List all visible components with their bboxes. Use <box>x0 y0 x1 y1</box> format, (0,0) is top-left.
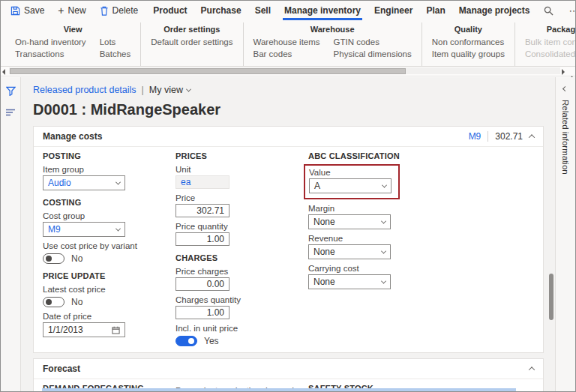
costing-header: COSTING <box>43 198 176 207</box>
filter-icon[interactable] <box>6 86 16 96</box>
ribbon: View On-hand inventory Transactions Lots… <box>1 20 575 67</box>
abc-carrying-cost-dropdown[interactable]: None <box>308 274 391 289</box>
save-button[interactable]: Save <box>5 1 50 20</box>
trash-icon <box>100 6 109 16</box>
bulk-item-conversion-button: Bulk item conversion <box>525 37 575 46</box>
price-input[interactable]: 302.71 <box>176 204 230 217</box>
new-button[interactable]: + New <box>52 1 91 20</box>
price-quantity-input[interactable]: 1.00 <box>176 232 230 246</box>
item-group-label: Item group <box>43 165 176 174</box>
on-hand-inventory-button[interactable]: On-hand inventory <box>15 37 86 46</box>
lots-button[interactable]: Lots <box>100 37 131 46</box>
latest-cost-price-toggle[interactable] <box>43 297 64 307</box>
my-view-selector[interactable]: My view <box>149 85 190 95</box>
use-cost-price-by-variant-toggle[interactable] <box>43 253 64 264</box>
incl-in-unit-price-label: Incl. in unit price <box>176 324 308 333</box>
tab-manage-projects[interactable]: Manage projects <box>452 1 537 20</box>
app-bar: Save + New Delete Product Purchase Sell … <box>1 1 575 20</box>
tab-sell[interactable]: Sell <box>248 1 278 20</box>
incl-in-unit-price-toggle[interactable] <box>176 336 197 346</box>
chevron-down-icon <box>382 182 387 187</box>
new-label: New <box>68 5 86 16</box>
prices-charges-column: PRICES Unit ea Price 302.71 Price quanti… <box>176 150 308 346</box>
left-toolbar <box>1 77 21 391</box>
chevron-down-icon <box>381 248 386 253</box>
date-of-price-input[interactable]: 1/1/2013 <box>43 322 125 337</box>
unit-field: ea <box>176 175 230 189</box>
chevron-down-icon <box>116 179 121 184</box>
forecast-section: Forecast DEMAND FORECASTING Forecast ite… <box>33 358 544 391</box>
forecast-header[interactable]: Forecast <box>34 359 543 379</box>
expand-panel-chevron-icon[interactable] <box>562 86 567 91</box>
tab-engineer[interactable]: Engineer <box>368 1 419 20</box>
abc-value-label: Value <box>309 168 394 177</box>
gtin-codes-button[interactable]: GTIN codes <box>334 37 412 46</box>
consolidated-on-hand-button: Consolidated on-hand <box>525 49 575 58</box>
collapse-chevron-icon[interactable] <box>529 367 535 373</box>
abc-classification-header: ABC CLASSIFICATION <box>308 151 441 160</box>
unit-label: Unit <box>176 165 308 174</box>
collapse-chevron-icon[interactable] <box>529 134 535 140</box>
chevron-down-icon <box>381 218 386 223</box>
plus-icon: + <box>58 4 64 16</box>
cost-group-dropdown[interactable]: M9 <box>43 222 125 237</box>
abc-revenue-dropdown[interactable]: None <box>308 244 391 259</box>
summary-cost-group: M9 <box>469 131 482 142</box>
charges-quantity-input[interactable]: 1.00 <box>176 306 230 319</box>
abc-classification-column: ABC CLASSIFICATION Value A Margin None <box>308 150 441 346</box>
breadcrumb: Released product details | My view <box>33 85 548 95</box>
chevron-down-icon <box>116 226 121 231</box>
ribbon-group-view: View On-hand inventory Transactions Lots… <box>5 22 140 66</box>
more-icon[interactable]: ⋯ <box>568 5 576 16</box>
delete-button[interactable]: Delete <box>94 1 144 20</box>
scrollbar-thumb[interactable] <box>549 274 554 320</box>
chevron-down-icon <box>186 86 191 91</box>
prices-header: PRICES <box>176 151 308 160</box>
scroll-left-arrow[interactable] <box>2 69 5 75</box>
ribbon-group-packaging: Packaging Bulk item conversion Consolida… <box>514 22 575 66</box>
related-information-tab[interactable]: Related information <box>561 100 570 175</box>
manage-costs-body: POSTING Item group Audio COSTING Cost gr… <box>34 147 543 352</box>
non-conformances-button[interactable]: Non conformances <box>432 37 505 46</box>
default-order-settings-button[interactable]: Default order settings <box>151 37 232 46</box>
ribbon-group-order-settings: Order settings Default order settings <box>140 22 242 66</box>
menu-icon[interactable] <box>6 109 15 116</box>
bar-codes-button[interactable]: Bar codes <box>254 49 320 58</box>
calendar-icon[interactable] <box>112 326 120 334</box>
summary-price: 302.71 <box>495 131 523 142</box>
use-cost-price-by-variant-label: Use cost price by variant <box>43 241 176 250</box>
price-update-header: PRICE UPDATE <box>43 271 176 280</box>
transactions-button[interactable]: Transactions <box>15 49 86 58</box>
abc-value-dropdown[interactable]: A <box>309 178 392 193</box>
scroll-right-arrow[interactable] <box>562 69 565 75</box>
search-icon[interactable] <box>536 1 561 20</box>
manage-costs-header[interactable]: Manage costs M9 302.71 <box>34 127 543 147</box>
delete-label: Delete <box>112 5 139 16</box>
abc-carrying-cost-label: Carrying cost <box>308 264 441 273</box>
abc-revenue-label: Revenue <box>308 234 441 243</box>
abc-margin-label: Margin <box>308 204 441 213</box>
chevron-down-icon <box>381 278 386 283</box>
tab-manage-inventory[interactable]: Manage inventory <box>278 1 368 20</box>
tab-product[interactable]: Product <box>146 1 194 20</box>
app-window: Save + New Delete Product Purchase Sell … <box>0 0 576 392</box>
tab-plan[interactable]: Plan <box>419 1 452 20</box>
abc-margin-dropdown[interactable]: None <box>308 214 391 229</box>
price-quantity-label: Price quantity <box>176 222 308 231</box>
tab-purchase[interactable]: Purchase <box>194 1 248 20</box>
item-quality-groups-button[interactable]: Item quality groups <box>432 49 505 58</box>
related-information-panel: Related information <box>555 77 575 391</box>
ribbon-scrollbar <box>1 67 575 76</box>
posting-header: POSTING <box>43 151 176 160</box>
ribbon-group-warehouse: Warehouse Warehouse items Bar codes GTIN… <box>243 22 422 66</box>
price-charges-input[interactable]: 0.00 <box>176 277 230 291</box>
batches-button[interactable]: Batches <box>100 49 131 58</box>
focused-field-edge <box>42 388 516 391</box>
save-icon <box>10 6 20 16</box>
scrollbar-thumb[interactable] <box>10 68 406 74</box>
item-group-dropdown[interactable]: Audio <box>43 175 125 190</box>
released-product-details-link[interactable]: Released product details <box>33 85 136 95</box>
warehouse-items-button[interactable]: Warehouse items <box>254 37 320 46</box>
save-label: Save <box>24 5 44 16</box>
physical-dimensions-button[interactable]: Physical dimensions <box>334 49 412 58</box>
